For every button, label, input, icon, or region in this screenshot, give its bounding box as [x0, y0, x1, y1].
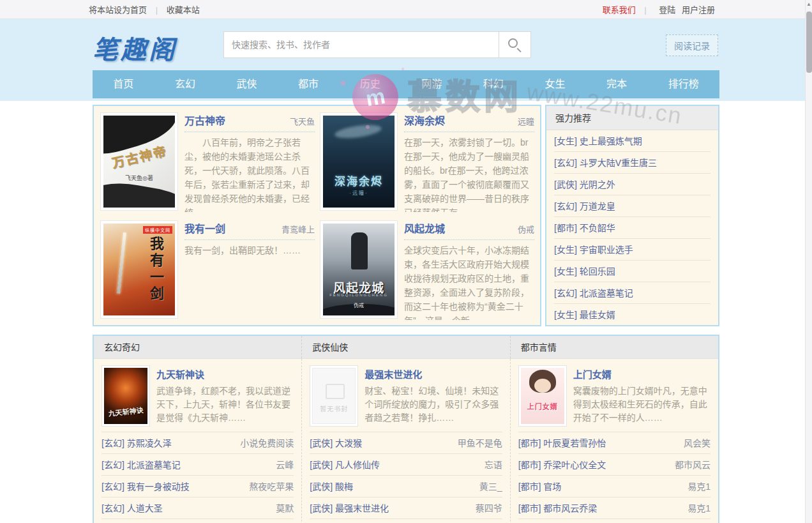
book-list-row: [武侠] 非凡人生 茶叶面包 [310, 519, 502, 523]
book-link[interactable]: 凡人修仙传 [335, 460, 380, 470]
recommend-item[interactable]: [玄幻]斗罗大陆V重生唐三 [554, 152, 710, 174]
book-link[interactable]: 最强末世进化 [335, 503, 389, 513]
book-cover[interactable]: 暂无书封 [310, 365, 358, 427]
bookmark-link[interactable]: 收藏本站 [167, 5, 200, 15]
reading-record-button[interactable]: 阅读记录 [666, 34, 718, 56]
book-link[interactable]: 叶辰夏若雪孙怡 [543, 438, 606, 448]
book-cover-placeholder: 暂无书封 [312, 368, 356, 424]
nav-item[interactable]: 首页 [96, 70, 150, 98]
book-cover[interactable]: 纵横中文网 我有一剑 [100, 220, 178, 319]
book-entry: [玄幻] 人道大圣 [102, 497, 163, 519]
category-tag: [都市] [518, 481, 541, 492]
category-tag: [都市] [518, 460, 541, 470]
nav-item[interactable]: 女生 [528, 70, 582, 98]
site-logo[interactable]: 笔趣阁 [93, 29, 177, 66]
book-entry: [都市] 都市风云乔梁 [518, 497, 598, 519]
recommend-item[interactable]: [武侠]光阴之外 [554, 174, 710, 195]
book-cover-art: 上门女婿 [521, 368, 564, 424]
recommend-item[interactable]: [都市]不负韶华 [554, 217, 710, 239]
book-link[interactable]: 北派盗墓笔记 [127, 460, 181, 470]
nav-item[interactable]: 排行榜 [652, 70, 716, 98]
main-nav: 首页玄幻武侠都市历史网游科幻女生完本排行榜 [93, 70, 719, 98]
book-link[interactable]: 北派盗墓笔记 [580, 288, 633, 298]
book-link[interactable]: 乔梁叶心仪全文 [543, 460, 606, 470]
login-link[interactable]: 登陆 [659, 5, 675, 15]
category-tag: [玄幻] [102, 503, 124, 513]
book-link[interactable]: 宇宙职业选手 [580, 245, 633, 255]
book-title-link[interactable]: 九天斩神诀 [156, 367, 294, 381]
register-link[interactable]: 用户注册 [682, 5, 715, 15]
book-cover[interactable]: 九天斩神诀 [102, 365, 150, 427]
book-title-link[interactable]: 深海余烬 [404, 112, 445, 128]
cover-byline-text: 伪戒 [323, 301, 395, 308]
recommend-item[interactable]: [女生]史上最强炼气期 [554, 130, 710, 152]
recommend-item[interactable]: [女生]最佳女婿 [554, 304, 710, 326]
category-tag: [玄幻] [554, 158, 577, 168]
book-entry: [都市] 邪医传承 [518, 519, 580, 523]
book-entry: [玄幻] 苏熙凌久泽 [102, 432, 172, 453]
cover-title-text: 我有一剑 [146, 236, 166, 303]
nav-item[interactable]: 网游 [405, 70, 458, 98]
set-home-link[interactable]: 将本站设为首页 [89, 5, 147, 15]
book-link[interactable]: 我有一身被动技 [127, 481, 190, 492]
nav-item[interactable]: 完本 [590, 70, 643, 98]
nav-item[interactable]: 玄幻 [158, 70, 212, 98]
book-author: 陈轩 [693, 519, 710, 523]
book-title-link[interactable]: 万古神帝 [184, 112, 225, 128]
search-input[interactable] [223, 31, 499, 58]
scrollbar-thumb[interactable] [806, 11, 812, 73]
book-link[interactable]: 都市风云乔梁 [543, 503, 597, 513]
category-tag: [玄幻] [554, 201, 577, 211]
book-list-row: [玄幻] 人道大圣 莫默 [102, 497, 294, 519]
book-list-row: [都市] 叶辰夏若雪孙怡 风会笑 [518, 432, 710, 453]
nav-item[interactable]: 都市 [282, 70, 335, 98]
contact-link[interactable]: 联系我们 [603, 5, 636, 15]
book-author: 青鸾峰上 [282, 223, 315, 235]
book-cover[interactable]: 风起龙城 FENGQILONGCHENG 伪戒 [320, 220, 398, 319]
book-author: 云峰 [276, 454, 294, 475]
book-link[interactable]: 轮回乐园 [580, 266, 615, 277]
book-entry: [都市] 叶辰夏若雪孙怡 [518, 432, 606, 453]
search-button[interactable] [499, 31, 531, 58]
scroll-up-arrow-icon[interactable]: ▲ [806, 0, 812, 9]
book-title-link[interactable]: 我有一剑 [184, 220, 225, 236]
book-list-row: [武侠] 大泼猴 甲鱼不是龟 [310, 432, 502, 453]
book-author: 都市风云 [675, 454, 710, 475]
book-link[interactable]: 酸梅 [335, 481, 353, 492]
book-cover[interactable]: 万古神帝 飞天鱼◎著 [100, 112, 178, 211]
book-link[interactable]: 万道龙皇 [580, 201, 615, 211]
book-cover-art: 风起龙城 FENGQILONGCHENG 伪戒 [323, 224, 395, 315]
book-entry: [武侠] 酸梅 [310, 476, 353, 497]
nav-item[interactable]: 科幻 [467, 70, 520, 98]
nav-item[interactable]: 历史 [343, 70, 397, 98]
book-cover[interactable]: 上门女婿 [518, 365, 567, 427]
book-link[interactable]: 大泼猴 [335, 438, 362, 448]
book-author: 易克1 [688, 476, 710, 497]
book-link[interactable]: 人道大圣 [127, 503, 163, 513]
book-author: 甲鱼不是龟 [458, 432, 502, 453]
book-cover-art: 深海余烬 ·远瞳· [323, 116, 395, 208]
book-title-link[interactable]: 上门女婿 [573, 367, 710, 381]
book-cover[interactable]: 深海余烬 ·远瞳· [320, 112, 398, 211]
book-link[interactable]: 光阴之外 [580, 179, 615, 190]
book-card: 风起龙城 FENGQILONGCHENG 伪戒 风起龙城 伪戒 全球灾变后六十年… [317, 218, 537, 322]
book-title-link[interactable]: 最强末世进化 [365, 367, 502, 381]
recommend-item[interactable]: [女生]宇宙职业选手 [554, 239, 710, 261]
scrollbar[interactable]: ▲ [805, 0, 812, 523]
recommend-item[interactable]: [女生]轮回乐园 [554, 261, 710, 282]
category-tag: [都市] [518, 503, 541, 513]
book-link[interactable]: 官场 [543, 481, 561, 492]
book-title-link[interactable]: 风起龙城 [404, 220, 445, 236]
book-link[interactable]: 史上最强炼气期 [580, 136, 642, 146]
book-link[interactable]: 斗罗大陆V重生唐三 [580, 158, 657, 168]
recommend-item[interactable]: [玄幻]北派盗墓笔记 [554, 282, 710, 304]
cover-title-text: 万古神帝 [103, 139, 175, 173]
nav-item[interactable]: 武侠 [220, 70, 273, 98]
recommend-item[interactable]: [玄幻]万道龙皇 [554, 195, 710, 217]
book-link[interactable]: 最佳女婿 [580, 310, 615, 320]
cover-title-text: 上门女婿 [521, 401, 564, 411]
book-info: 九天斩神诀 武道争锋，红颜不老，我以武道逆天下，上九天，斩神！各位书友要是觉得《… [156, 365, 294, 427]
book-link[interactable]: 不负韶华 [580, 223, 615, 233]
book-list-row: [玄幻] 北派盗墓笔记 云峰 [102, 453, 294, 475]
book-link[interactable]: 苏熙凌久泽 [127, 438, 172, 448]
